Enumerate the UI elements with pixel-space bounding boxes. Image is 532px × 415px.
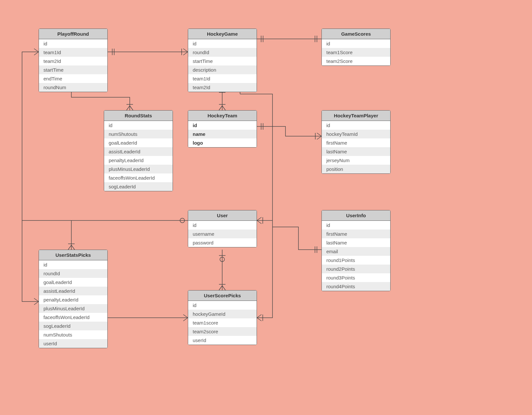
entity-playoff-round: PlayoffRound id team1Id team2Id startTim… <box>39 29 108 92</box>
entity-field: name <box>188 130 257 138</box>
entity-field: password <box>188 238 257 247</box>
entity-field: id <box>39 260 107 269</box>
svg-line-32 <box>257 217 261 220</box>
entity-field: startTime <box>39 65 107 74</box>
svg-line-4 <box>183 52 188 55</box>
entity-title: PlayoffRound <box>39 29 107 39</box>
entity-field: id <box>322 39 390 48</box>
svg-line-58 <box>183 318 188 321</box>
entity-title: RoundStats <box>104 111 173 121</box>
entity-field: id <box>188 121 257 130</box>
entity-field: team2score <box>188 327 257 336</box>
entity-field: team1Id <box>39 48 107 57</box>
entity-field: sogLeaderId <box>104 182 173 191</box>
svg-line-57 <box>183 314 188 318</box>
entity-field: assistLeaderId <box>104 147 173 156</box>
entity-field: firstName <box>322 230 390 238</box>
entity-field: faceoffsWonLeaderId <box>39 313 107 322</box>
entity-title: HockeyGame <box>188 29 257 39</box>
entity-field: hockeyTeamId <box>322 130 390 138</box>
entity-field: roundId <box>188 48 257 57</box>
entity-user-info: UserInfo id firstName lastName email rou… <box>321 210 391 291</box>
entity-field: id <box>322 221 390 230</box>
entity-field: id <box>104 121 173 130</box>
svg-line-48 <box>34 49 39 52</box>
entity-title: HockeyTeam <box>188 111 257 121</box>
entity-field: id <box>322 121 390 130</box>
svg-line-44 <box>222 286 225 290</box>
entity-user-stats-picks: UserStatsPicks id roundId goalLeaderId a… <box>39 250 108 348</box>
svg-line-26 <box>317 136 321 139</box>
entity-field: position <box>322 165 390 173</box>
entity-title: User <box>188 210 257 221</box>
entity-title: UserInfo <box>322 210 390 221</box>
svg-line-55 <box>34 302 39 305</box>
entity-field: team1Id <box>188 74 257 83</box>
entity-field: lastName <box>322 147 390 156</box>
entity-field: description <box>188 65 257 74</box>
svg-line-13 <box>127 106 130 110</box>
svg-line-51 <box>68 245 71 250</box>
entity-hockey-team-player: HockeyTeamPlayer id hockeyTeamId firstNa… <box>321 110 391 174</box>
entity-field: numShutouts <box>104 130 173 138</box>
entity-round-stats: RoundStats id numShutouts goalLeaderId a… <box>104 110 173 191</box>
entity-field: penaltyLeaderId <box>104 156 173 165</box>
entity-field: logo <box>188 138 257 147</box>
entity-field: email <box>322 247 390 256</box>
svg-point-42 <box>220 257 224 262</box>
svg-line-14 <box>130 106 133 110</box>
entity-field: id <box>188 301 257 310</box>
entity-field: round2Points <box>322 265 390 273</box>
entity-field: assistLeaderId <box>39 287 107 295</box>
entity-field: lastName <box>322 238 390 247</box>
entity-field: numShutouts <box>39 330 107 339</box>
entity-hockey-game: HockeyGame id roundId startTime descript… <box>188 29 257 92</box>
entity-field: id <box>188 221 257 230</box>
entity-field: round1Points <box>322 256 390 265</box>
svg-point-47 <box>180 218 185 223</box>
entity-field: roundId <box>39 269 107 278</box>
entity-field: plusMinusLeaderId <box>104 165 173 173</box>
entity-field: plusMinusLeaderId <box>39 304 107 313</box>
entity-field: team1score <box>188 318 257 327</box>
entity-field: hockeyGameId <box>188 310 257 318</box>
entity-field: faceoffsWonLeaderId <box>104 173 173 182</box>
svg-line-54 <box>34 298 39 302</box>
entity-user-score-picks: UserScorePicks id hockeyGameId team1scor… <box>188 290 257 345</box>
entity-field: startTime <box>188 57 257 65</box>
entity-field: goalLeaderId <box>104 138 173 147</box>
svg-line-20 <box>219 106 222 110</box>
entity-field: team2Id <box>188 83 257 92</box>
svg-line-52 <box>71 245 75 250</box>
svg-line-35 <box>257 314 261 318</box>
entity-field: id <box>188 39 257 48</box>
entity-field: endTime <box>39 74 107 83</box>
entity-field: username <box>188 230 257 238</box>
entity-field: sogLeaderId <box>39 322 107 330</box>
entity-title: HockeyTeamPlayer <box>322 111 390 121</box>
entity-field: id <box>39 39 107 48</box>
entity-field: userId <box>188 336 257 345</box>
svg-line-21 <box>222 106 225 110</box>
svg-line-3 <box>183 49 188 52</box>
svg-line-49 <box>34 52 39 55</box>
entity-hockey-team: HockeyTeam id name logo <box>188 110 257 148</box>
entity-title: UserScorePicks <box>188 290 257 301</box>
entity-field: goalLeaderId <box>39 278 107 287</box>
entity-field: userId <box>39 339 107 348</box>
entity-field: penaltyLeaderId <box>39 295 107 304</box>
entity-field: roundNum <box>39 83 107 92</box>
svg-line-25 <box>317 133 321 136</box>
svg-line-43 <box>219 286 222 290</box>
entity-field: team1Score <box>322 48 390 57</box>
entity-title: GameScores <box>322 29 390 39</box>
svg-line-33 <box>257 220 261 224</box>
entity-field: team2Id <box>39 57 107 65</box>
entity-field: round3Points <box>322 273 390 282</box>
entity-game-scores: GameScores id team1Score team2Score <box>321 29 391 66</box>
entity-field: jerseyNum <box>322 156 390 165</box>
entity-field: firstName <box>322 138 390 147</box>
entity-title: UserStatsPicks <box>39 250 107 260</box>
entity-field: team2Score <box>322 57 390 65</box>
entity-user: User id username password <box>188 210 257 247</box>
